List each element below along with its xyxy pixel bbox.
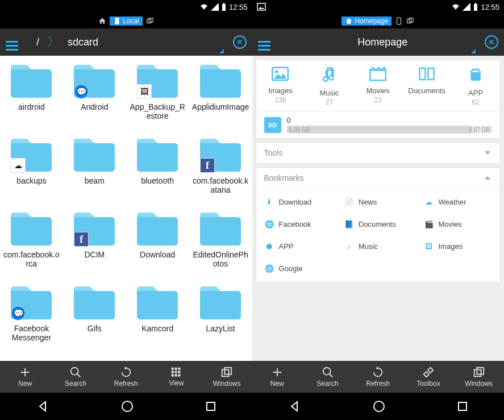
storage-total: 5.67 GB <box>469 127 490 133</box>
folder-item[interactable]: fcom.facebook.katana <box>189 133 252 207</box>
svg-rect-28 <box>474 369 481 376</box>
breadcrumb-root[interactable]: / <box>28 36 47 48</box>
toolbar-label: Search <box>317 380 339 388</box>
toolbar-windows[interactable]: Windows <box>453 361 504 393</box>
folder-item[interactable]: fDCIM <box>63 207 126 281</box>
nav-recent-icon[interactable] <box>205 401 216 412</box>
section-bookmarks[interactable]: Bookmarks <box>256 168 501 189</box>
tab-homepage[interactable]: Homepage <box>341 16 391 26</box>
home-icon <box>345 17 353 25</box>
folder-item[interactable]: bluetooth <box>126 133 189 207</box>
menu-icon[interactable] <box>6 34 18 51</box>
svg-rect-13 <box>222 369 229 376</box>
folder-label: backups <box>16 176 46 185</box>
battery-icon <box>473 3 478 11</box>
tab-homepage-label: Homepage <box>355 17 388 25</box>
bookmark-app[interactable]: ⬣APP <box>259 235 339 257</box>
folder-label: ApplidiumImage <box>192 102 249 111</box>
bookmark-music[interactable]: ♪Music <box>338 235 418 257</box>
category-movies[interactable]: Movies23 <box>353 60 402 111</box>
folder-item[interactable]: EditedOnlinePhotos <box>189 207 252 281</box>
section-tools[interactable]: Tools <box>256 142 501 164</box>
svg-rect-23 <box>370 70 386 81</box>
toolbar-toolbox[interactable]: Toolbox <box>403 361 454 393</box>
bookmark-facebook[interactable]: 🌐Facebook <box>259 213 339 235</box>
nav-home-icon[interactable] <box>373 400 385 413</box>
bookmark-google[interactable]: 🌐Google <box>259 257 339 280</box>
nav-home-icon[interactable] <box>121 400 134 413</box>
bookmark-label: Images <box>439 242 463 251</box>
bookmark-news[interactable]: 📄News <box>338 191 418 213</box>
doc-icon <box>418 66 435 83</box>
folder-label: com.facebook.katana <box>191 176 250 194</box>
bookmark-movies[interactable]: 🎬Movies <box>418 213 498 235</box>
category-music[interactable]: Music27 <box>305 60 353 111</box>
toolbar-refresh[interactable]: Refresh <box>353 361 403 393</box>
toolbar-new[interactable]: New <box>0 361 51 393</box>
folder-label: EditedOnlinePhotos <box>191 250 250 268</box>
bookmark-download[interactable]: ⬇Download <box>259 191 339 213</box>
bookmark-weather[interactable]: ☁Weather <box>418 191 498 213</box>
svg-rect-10 <box>172 374 174 376</box>
folder-item[interactable]: ☁backups <box>0 133 63 207</box>
folder-icon <box>198 283 243 322</box>
folder-overlay-icon: f <box>74 232 89 247</box>
toolbar-search[interactable]: Search <box>51 361 101 393</box>
nav-back-icon[interactable] <box>36 400 49 413</box>
folder-item[interactable]: Kamcord <box>126 281 189 355</box>
toolbar-view[interactable]: View <box>151 361 202 393</box>
svg-point-27 <box>323 368 330 375</box>
toolbar-windows[interactable]: Windows <box>202 361 252 393</box>
folder-item[interactable]: com.facebook.orca <box>0 207 63 281</box>
breadcrumb-current[interactable]: sdcard <box>60 36 106 48</box>
folder-label: Android <box>81 102 108 111</box>
folder-item[interactable]: Download <box>126 207 189 281</box>
close-icon[interactable]: ✕ <box>485 35 498 49</box>
folder-item[interactable]: 🖼App_Backup_Restore <box>126 59 189 133</box>
folder-item[interactable]: ApplidiumImage <box>189 59 252 133</box>
multiwindow-icon[interactable] <box>146 17 154 25</box>
bookmark-icon: 📘 <box>344 220 354 228</box>
folder-item[interactable]: 💬Android <box>63 59 126 133</box>
folder-item[interactable]: airdroid <box>0 59 63 133</box>
device-icon[interactable] <box>395 17 403 25</box>
android-nav-bar <box>0 393 252 420</box>
dropdown-indicator[interactable] <box>219 49 224 53</box>
image-icon <box>272 66 289 83</box>
close-icon[interactable]: ✕ <box>233 35 247 49</box>
category-app[interactable]: APP62 <box>451 60 500 111</box>
toolbar-new[interactable]: New <box>252 361 303 393</box>
tab-local[interactable]: Local <box>110 16 143 26</box>
signal-icon <box>463 3 470 11</box>
category-documents[interactable]: Documents <box>402 60 451 111</box>
home-icon[interactable] <box>98 17 106 25</box>
status-bar: 12:55 <box>252 0 505 14</box>
bookmark-label: Documents <box>359 220 396 228</box>
storage-row[interactable]: SD 0 5.09 GB 5.67 GB <box>256 111 501 138</box>
path-bar: / 〉 sdcard ✕ <box>0 28 252 56</box>
status-time: 12:55 <box>481 3 499 11</box>
dropdown-indicator[interactable] <box>471 49 476 53</box>
category-images[interactable]: Images138 <box>256 60 305 111</box>
toolbar-refresh[interactable]: Refresh <box>101 361 151 393</box>
folder-item[interactable]: LazyList <box>189 281 252 355</box>
nav-back-icon[interactable] <box>288 400 301 413</box>
toolbar-label: View <box>169 379 184 387</box>
folder-item[interactable]: 💬Facebook Messenger <box>0 281 63 355</box>
file-grid[interactable]: airdroid💬Android🖼App_Backup_RestoreAppli… <box>0 56 252 361</box>
folder-icon <box>135 283 180 322</box>
bookmark-documents[interactable]: 📘Documents <box>338 213 418 235</box>
folder-item[interactable]: beam <box>63 133 126 207</box>
folder-item[interactable]: Gifs <box>63 281 126 355</box>
nav-recent-icon[interactable] <box>457 401 468 412</box>
toolbar-label: Windows <box>465 380 493 388</box>
category-count: 27 <box>326 98 333 106</box>
menu-icon[interactable] <box>258 34 270 51</box>
folder-icon: ☁ <box>9 135 54 174</box>
status-time: 12:55 <box>229 3 248 11</box>
svg-rect-7 <box>172 371 174 373</box>
multiwindow-icon[interactable] <box>406 17 414 25</box>
bookmark-images[interactable]: 🖼Images <box>418 235 498 257</box>
toolbar-search[interactable]: Search <box>302 361 353 393</box>
tab-bar: Local <box>0 14 252 28</box>
